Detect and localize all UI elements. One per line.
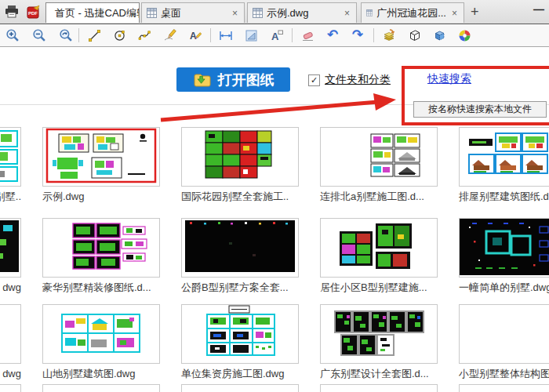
- drawing-item[interactable]: [320, 384, 438, 392]
- pdf-export-button[interactable]: PDF: [25, 4, 42, 20]
- folder-category-label[interactable]: 文件夹和分类: [325, 73, 391, 87]
- thumbnail-art: [321, 128, 437, 184]
- thumbnail-art: [321, 219, 437, 275]
- thumbnail-art: [43, 219, 159, 275]
- redo-button[interactable]: ↷: [350, 27, 365, 43]
- undo-icon: ↶: [327, 28, 338, 42]
- cube-3d-icon: [433, 29, 446, 42]
- zoom-in-icon: [5, 28, 20, 42]
- drawing-item[interactable]: [42, 218, 160, 278]
- tab-guangzhou[interactable]: 广州冠迪花园... ×: [361, 2, 464, 23]
- area-measure-icon: [245, 29, 258, 42]
- tab-bar: PDF 首页 - 迅捷CAD编辑器 桌面 × 示例.dwg ×: [0, 0, 549, 24]
- spline-icon: [138, 29, 151, 42]
- text-edit-icon: A: [188, 29, 202, 42]
- grid-document-icon: [366, 8, 373, 18]
- zoom-previous-button[interactable]: [58, 27, 74, 43]
- eraser-icon: [301, 29, 314, 42]
- drawing-filename: 豪华别墅精装修图纸.d...: [42, 281, 160, 295]
- tab-close-icon[interactable]: ×: [231, 8, 239, 19]
- sketch-tool-button[interactable]: [162, 27, 177, 43]
- thumbnail-art: [0, 128, 20, 184]
- drawing-item-selected[interactable]: [42, 127, 160, 187]
- drawing-item[interactable]: [42, 304, 160, 364]
- new-tab-button[interactable]: +: [471, 3, 479, 20]
- minimize-button[interactable]: —: [533, 3, 544, 16]
- layers-icon: [382, 29, 396, 42]
- layers-button[interactable]: [381, 27, 397, 43]
- folder-category-checkbox[interactable]: ✓: [308, 74, 320, 86]
- drawing-item[interactable]: [459, 127, 549, 187]
- tab-close-icon[interactable]: ×: [343, 8, 351, 19]
- open-drawing-button[interactable]: 打开图纸: [176, 67, 290, 92]
- svg-text:A: A: [190, 31, 197, 42]
- circle-tool-button[interactable]: [111, 27, 127, 43]
- thumbnail-art: [460, 219, 549, 275]
- tab-label: 示例.dwg: [267, 6, 308, 20]
- drawing-filename: 广东别墅设计全套图.d...: [320, 367, 438, 381]
- annotation-highlight-box: [402, 66, 549, 125]
- drawing-item[interactable]: [459, 304, 549, 364]
- undo-button[interactable]: ↶: [325, 27, 340, 43]
- text-tool-button[interactable]: A: [268, 27, 284, 43]
- drawing-filename: 一幢简单的别墅.dwg: [459, 281, 549, 295]
- circle-icon: [113, 29, 126, 42]
- folder-category-option: ✓ 文件夹和分类: [308, 72, 391, 88]
- cube-wireframe-icon: [408, 29, 421, 42]
- cube-3d-view-button[interactable]: [431, 27, 447, 43]
- color-wheel-button[interactable]: [456, 27, 472, 43]
- tab-desktop[interactable]: 桌面 ×: [141, 2, 245, 23]
- tab-home[interactable]: 首页 - 迅捷CAD编辑器: [45, 2, 140, 23]
- open-folder-icon: [193, 72, 212, 88]
- tab-sample-dwg[interactable]: 示例.dwg ×: [247, 2, 357, 23]
- drawing-item[interactable]: [0, 384, 21, 392]
- drawing-item[interactable]: [181, 127, 299, 187]
- drawing-item[interactable]: [459, 384, 549, 392]
- drawing-item[interactable]: [320, 218, 438, 278]
- tab-label: 广州冠迪花园...: [376, 6, 446, 20]
- drawing-item[interactable]: [459, 218, 549, 278]
- line-icon: [88, 29, 101, 42]
- drawing-item[interactable]: [181, 218, 299, 278]
- annotation-arrow: [0, 86, 416, 133]
- drawing-item[interactable]: [42, 384, 160, 392]
- zoom-out-button[interactable]: [31, 27, 47, 43]
- drawing-filename: 小型别墅整体结构图纸..: [459, 367, 549, 381]
- drawing-item[interactable]: [181, 384, 299, 392]
- drawing-filename: 山地别墅建筑图.dwg: [42, 367, 160, 381]
- drawing-filename: 排屋别墅建筑图纸.d...: [459, 190, 549, 204]
- drawing-filename: 公爵B型别墅方案全套...: [181, 281, 299, 295]
- grid-document-icon: [147, 8, 157, 18]
- drawing-filename: dwg: [0, 281, 21, 295]
- drawing-item[interactable]: [0, 304, 21, 364]
- cube-wireframe-button[interactable]: [406, 27, 422, 43]
- drawing-item[interactable]: [181, 304, 299, 364]
- drawing-item[interactable]: [0, 127, 21, 187]
- text-edit-tool-button[interactable]: A: [187, 27, 202, 43]
- thumbnail-art: [460, 128, 549, 184]
- drawing-filename: dwg: [0, 367, 21, 381]
- drawing-filename: 连别墅..: [0, 190, 21, 204]
- redo-icon: ↷: [352, 28, 363, 42]
- color-wheel-icon: [458, 29, 471, 42]
- toolbar-separator: [292, 28, 293, 42]
- thumbnail-art: [321, 305, 437, 361]
- pencil-icon: [163, 29, 176, 42]
- dimension-tool-button[interactable]: [218, 27, 234, 43]
- eraser-tool-button[interactable]: [300, 27, 315, 43]
- line-tool-button[interactable]: [86, 27, 102, 43]
- drawing-filename: 单位集资房施工图.dwg: [181, 367, 299, 381]
- spline-tool-button[interactable]: [136, 27, 152, 43]
- area-measure-tool-button[interactable]: [243, 27, 259, 43]
- zoom-in-button[interactable]: [5, 27, 20, 43]
- tab-close-icon[interactable]: ×: [450, 8, 459, 19]
- drawing-item[interactable]: [0, 218, 21, 278]
- open-drawing-label: 打开图纸: [218, 71, 274, 89]
- drawing-item[interactable]: [320, 304, 438, 364]
- print-button[interactable]: [3, 4, 20, 20]
- thumbnail-art: [182, 305, 298, 361]
- drawing-item[interactable]: [320, 127, 438, 187]
- toolbar-separator: [373, 28, 374, 42]
- svg-text:PDF: PDF: [28, 11, 38, 16]
- thumbnail-art: [0, 219, 20, 275]
